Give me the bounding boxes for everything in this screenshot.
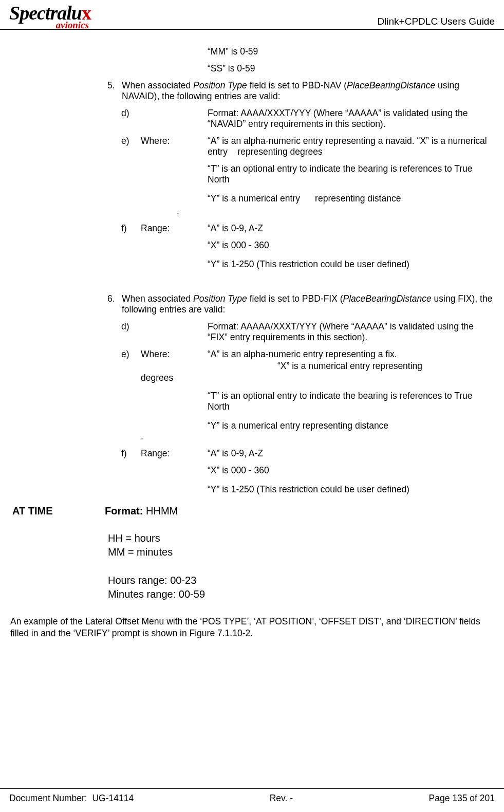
letter-e: e): [121, 136, 141, 157]
footer-doc-number: Document Number: UG-14114: [9, 793, 134, 804]
empty-label: [141, 321, 208, 343]
item-5d: d) Format: AAAA/XXXT/YYY (Where “AAAAA” …: [121, 108, 499, 130]
document-title: Dlink+CPDLC Users Guide: [377, 16, 495, 29]
letter-f: f): [121, 448, 141, 459]
page-header: Spectralux avionics Dlink+CPDLC Users Gu…: [0, 0, 504, 30]
item-6-number: 6.: [107, 293, 122, 315]
at-time-definitions: HH = hours MM = minutes: [108, 531, 499, 559]
item-6e: e) Where: “A” is an alpha-numeric entry …: [121, 349, 499, 360]
item-6e-degrees: degrees: [141, 373, 499, 383]
hh-def: HH = hours: [108, 531, 499, 545]
range-label: Range:: [141, 223, 208, 234]
item-5-body: When associated Position Type field is s…: [122, 80, 499, 102]
item-6f-line3: “Y” is 1-250 (This restriction could be …: [208, 484, 499, 495]
dot-separator: .: [177, 206, 499, 217]
italic-text: PlaceBearingDistance: [343, 293, 432, 304]
dot-separator: .: [141, 431, 499, 442]
item-6-body: When associated Position Type field is s…: [122, 293, 499, 315]
item-6f-line2: “X” is 000 - 360: [208, 465, 499, 476]
item-6: 6. When associated Position Type field i…: [107, 293, 499, 315]
footer-revision: Rev. -: [270, 793, 293, 804]
logo-main: Spectralux: [9, 4, 91, 22]
letter-d: d): [121, 321, 141, 343]
item-5-number: 5.: [107, 80, 122, 102]
item-5e-line2: “T” is an optional entry to indicate the…: [208, 163, 499, 185]
at-time-ranges: Hours range: 00-23 Minutes range: 00-59: [108, 574, 499, 601]
ss-range-line: “SS” is 0-59: [208, 63, 499, 74]
minutes-range: Minutes range: 00-59: [108, 587, 499, 601]
at-time-label: AT TIME: [5, 505, 105, 517]
letter-e: e): [121, 349, 141, 360]
page-content: “MM” is 0-59 “SS” is 0-59 5. When associ…: [0, 30, 504, 639]
letter-d: d): [121, 108, 141, 130]
item-5e: e) Where: “A” is an alpha-numeric entry …: [121, 136, 499, 157]
mm-range-line: “MM” is 0-59: [208, 46, 499, 57]
example-paragraph: An example of the Lateral Offset Menu wi…: [10, 616, 493, 639]
italic-text: Position Type: [193, 80, 247, 90]
mm-def: MM = minutes: [108, 545, 499, 559]
item-5f: f) Range: “A” is 0-9, A-Z: [121, 223, 499, 234]
logo-sub: avionics: [9, 21, 91, 29]
item-6e-line1b: “X” is a numerical entry representing: [277, 361, 499, 372]
hours-range: Hours range: 00-23: [108, 574, 499, 587]
item-6f: f) Range: “A” is 0-9, A-Z: [121, 448, 499, 459]
where-label: Where:: [141, 349, 208, 360]
item-6f-line1: “A” is 0-9, A-Z: [208, 448, 499, 459]
at-time-section: AT TIME Format: HHMM: [5, 505, 499, 517]
item-5f-line3: “Y” is 1-250 (This restriction could be …: [208, 259, 499, 270]
item-6e-line2: “T” is an optional entry to indicate the…: [208, 391, 499, 412]
letter-f: f): [121, 223, 141, 234]
at-time-format: Format: HHMM: [105, 505, 178, 517]
where-label: Where:: [141, 136, 208, 157]
italic-text: PlaceBearingDistance: [347, 80, 435, 90]
range-label: Range:: [141, 448, 208, 459]
empty-label: [141, 108, 208, 130]
footer-page-number: Page 135 of 201: [429, 793, 495, 804]
italic-text: Position Type: [193, 293, 247, 304]
item-6d-body: Format: AAAAA/XXXT/YYY (Where “AAAAA” is…: [208, 321, 499, 343]
item-5: 5. When associated Position Type field i…: [107, 80, 499, 102]
item-5e-line3: “Y” is a numerical entry representing di…: [208, 193, 499, 204]
item-5d-body: Format: AAAA/XXXT/YYY (Where “AAAAA” is …: [208, 108, 499, 130]
item-5e-line1: “A” is an alpha-numeric entry representi…: [208, 136, 499, 157]
text: When associated: [122, 293, 193, 304]
item-5f-line2: “X” is 000 - 360: [208, 240, 499, 251]
format-value: HHMM: [143, 505, 178, 516]
text: field is set to PBD-FIX (: [247, 293, 343, 304]
text: field is set to PBD-NAV (: [247, 80, 347, 90]
text: When associated: [122, 80, 193, 90]
item-5f-line1: “A” is 0-9, A-Z: [208, 223, 499, 234]
logo: Spectralux avionics: [9, 4, 91, 29]
item-6e-line3: “Y” is a numerical entry representing di…: [208, 420, 499, 431]
format-bold: Format:: [105, 505, 143, 516]
item-6d: d) Format: AAAAA/XXXT/YYY (Where “AAAAA”…: [121, 321, 499, 343]
item-6e-line1a: “A” is an alpha-numeric entry representi…: [208, 349, 499, 360]
page-footer: Document Number: UG-14114 Rev. - Page 13…: [0, 788, 504, 804]
